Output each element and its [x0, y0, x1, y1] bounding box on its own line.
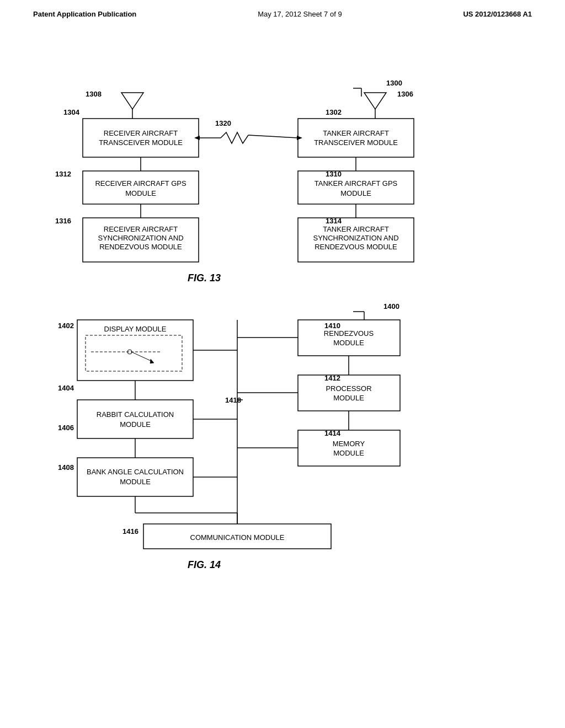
box-1406	[77, 400, 193, 438]
text-1312-line2: MODULE	[125, 189, 156, 197]
transceiver-signal	[221, 132, 248, 143]
label-1308: 1308	[86, 90, 102, 98]
display-arrow	[150, 359, 154, 363]
label-1300: 1300	[386, 79, 402, 87]
box-1412	[298, 375, 400, 411]
label-1316: 1316	[55, 217, 71, 225]
text-1406-line2: MODULE	[120, 420, 151, 429]
text-1302-line1: TANKER AIRCRAFT	[323, 129, 389, 137]
text-1416: COMMUNICATION MODULE	[190, 533, 285, 542]
box-1302	[298, 119, 414, 157]
text-1414-line2: MODULE	[333, 449, 364, 457]
main-svg: 1300 1308 1306 1304 RECEIVER AIRCRAFT TR…	[0, 33, 565, 728]
svg-line-5	[248, 135, 298, 138]
text-1408-line2: MODULE	[120, 478, 151, 486]
label-1402: 1402	[58, 322, 74, 330]
box-1414	[298, 430, 400, 466]
text-1310-line1: TANKER AIRCRAFT GPS	[315, 179, 398, 188]
antenna-left	[121, 93, 143, 109]
label-1400: 1400	[383, 302, 399, 311]
header-left: Patent Application Publication	[33, 10, 136, 18]
label-1312: 1312	[55, 170, 71, 178]
label-1304: 1304	[63, 108, 80, 116]
label-1320: 1320	[215, 119, 231, 127]
text-1304-line1: RECEIVER AIRCRAFT	[104, 129, 178, 137]
text-1302-line2: TRANSCEIVER MODULE	[314, 138, 398, 147]
label-1306: 1306	[397, 90, 413, 98]
label-1406: 1406	[58, 424, 74, 432]
header-right: US 2012/0123668 A1	[463, 10, 532, 18]
text-1312-line1: RECEIVER AIRCRAFT GPS	[95, 179, 186, 188]
box-1410	[298, 320, 400, 356]
label-1404: 1404	[58, 384, 74, 392]
header-center: May 17, 2012 Sheet 7 of 9	[258, 10, 342, 18]
text-1412-line2: MODULE	[333, 394, 364, 402]
text-1410-line1: RENDEZVOUS	[324, 329, 374, 338]
arrow-right	[297, 136, 302, 140]
antenna-right	[364, 93, 386, 109]
text-1304-line2: TRANSCEIVER MODULE	[99, 138, 183, 147]
arrow-left	[194, 136, 200, 140]
text-1408-line1: BANK ANGLE CALCULATION	[87, 468, 184, 476]
box-1304	[83, 119, 199, 157]
text-1314-line1: TANKER AIRCRAFT	[323, 225, 389, 233]
fig13-label: FIG. 13	[188, 272, 221, 283]
text-1310-line2: MODULE	[340, 189, 371, 197]
text-1314-line3: RENDEZVOUS MODULE	[315, 243, 397, 251]
label-1410: 1410	[324, 322, 340, 330]
label-1408: 1408	[58, 463, 74, 472]
text-1316-line3: RENDEZVOUS MODULE	[99, 243, 182, 251]
text-1314-line2: SYNCHRONIZATION AND	[313, 234, 398, 242]
text-1316-line1: RECEIVER AIRCRAFT	[104, 225, 178, 233]
box-1408	[77, 458, 193, 496]
page-header: Patent Application Publication May 17, 2…	[0, 0, 565, 18]
text-1414-line1: MEMORY	[333, 440, 365, 448]
display-arrow-line	[131, 352, 152, 361]
fig14-label: FIG. 14	[188, 559, 221, 570]
text-1316-line2: SYNCHRONIZATION AND	[98, 234, 183, 242]
text-1402: DISPLAY MODULE	[104, 325, 167, 333]
diagram-area: 1300 1308 1306 1304 RECEIVER AIRCRAFT TR…	[0, 33, 565, 728]
text-1406-line1: RABBIT CALCULATION	[97, 410, 174, 419]
text-1412-line1: PROCESSOR	[326, 384, 371, 393]
label-1302: 1302	[326, 108, 342, 116]
text-1410-line2: MODULE	[333, 339, 364, 347]
label-1416: 1416	[122, 527, 138, 536]
